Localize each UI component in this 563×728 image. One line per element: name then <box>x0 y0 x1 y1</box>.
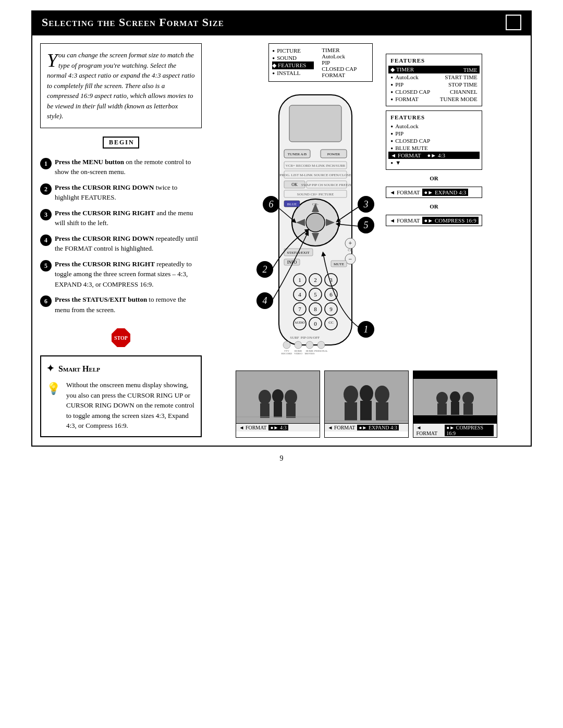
svg-text:9: 9 <box>330 306 333 312</box>
tv-format-val-1: ●► 4:3 <box>268 425 288 430</box>
tv-menu-sound: ● SOUND <box>272 54 314 61</box>
svg-text:RECORD: RECORD <box>282 352 292 355</box>
menu-item-format-1: ● FORMAT TUNER MODE <box>390 95 477 103</box>
format-bar-compress: ◄ FORMAT ●► COMPRESS 16:9 <box>386 215 482 226</box>
step3-bold: Press the CURSOR RING RIGHT <box>55 209 155 217</box>
svg-point-98 <box>375 386 389 403</box>
svg-rect-102 <box>413 371 497 379</box>
svg-text:VCR+ RECORD M-LINK INCH/SURR: VCR+ RECORD M-LINK INCH/SURR <box>286 164 346 168</box>
stop-octagon: STOP <box>112 328 130 347</box>
step-content-4: Press the CURSOR RING DOWN repeatedly un… <box>55 233 202 254</box>
intro-box: Y ou can change the screen format size t… <box>40 43 202 128</box>
svg-text:PIP ON/OFF: PIP ON/OFF <box>301 336 320 340</box>
format-bar-expand: ◄ FORMAT ●► EXPAND 4:3 <box>386 187 482 198</box>
step-content-6: Press the STATUS/EXIT button to remove t… <box>55 294 202 315</box>
menus-column: Features ◆ TIMER TIME ● AutoLock START T… <box>386 43 482 226</box>
menu-item-closedcap-2: ● CLOSED CAP <box>390 137 477 144</box>
svg-point-17 <box>306 213 325 232</box>
smart-help-title: ✦ Smart Help <box>46 362 195 376</box>
tv-menu-install: ● INSTALL <box>272 69 314 77</box>
svg-point-106 <box>450 391 460 403</box>
menu-item-autolock-2: ● AutoLock <box>390 122 477 130</box>
svg-point-65 <box>317 341 325 349</box>
svg-text:SURF: SURF <box>290 336 300 340</box>
svg-text:7: 7 <box>299 306 302 312</box>
right-column: ● PICTURE ● SOUND ◆ FEATURES ● INSTALL T… <box>210 43 523 438</box>
tv-format-label-1: ◄ FORMAT <box>239 425 267 430</box>
svg-point-88 <box>272 389 284 403</box>
tv-image-2: ◄ FORMAT ●► EXPAND 4:3 <box>324 371 409 438</box>
svg-text:3: 3 <box>363 199 369 209</box>
menu-item-autolock-1: ● AutoLock START TIME <box>390 73 477 81</box>
svg-point-63 <box>295 341 302 349</box>
svg-text:PERSONAL: PERSONAL <box>314 350 328 352</box>
tv-screen-1 <box>236 371 320 423</box>
step-num-4: 4 <box>40 235 52 246</box>
menu-item-down-arrow: ● ▼ <box>390 159 477 166</box>
step-content-2: Press the CURSOR RING DOWN twice to high… <box>55 182 202 203</box>
svg-text:CH: CH <box>348 248 353 252</box>
bottom-images: ◄ FORMAT ●► 4:3 <box>210 371 523 438</box>
step2-bold: Press the CURSOR RING DOWN <box>55 183 154 191</box>
step6-bold: Press the STATUS/EXIT button <box>55 295 147 303</box>
svg-text:SWAP  PIP CH  SOURCE  FREEZE: SWAP PIP CH SOURCE FREEZE <box>301 183 352 187</box>
step-num-1: 1 <box>40 158 52 169</box>
svg-text:OK: OK <box>292 182 298 187</box>
svg-text:CC: CC <box>329 320 334 325</box>
svg-point-86 <box>259 390 271 404</box>
corner-box <box>506 15 521 30</box>
tv-format-label-2: ◄ FORMAT <box>328 425 356 430</box>
svg-text:VIDEO: VIDEO <box>295 352 303 355</box>
svg-text:1: 1 <box>364 324 369 335</box>
svg-point-96 <box>360 385 373 402</box>
page-container: Selecting the Screen Format Size Y ou ca… <box>0 0 563 728</box>
or-label-1: OR <box>386 175 482 181</box>
svg-point-94 <box>344 386 358 403</box>
intro-text: ou can change the screen format size to … <box>47 51 194 120</box>
svg-point-62 <box>283 341 290 349</box>
tv-format-label-3: ◄ FORMAT <box>417 425 443 436</box>
tv-menu-features-2: Features ● AutoLock ● PIP ● CLOSED CAP ●… <box>386 110 482 170</box>
svg-rect-109 <box>463 403 473 415</box>
step-num-5: 5 <box>40 260 52 272</box>
svg-rect-87 <box>260 403 270 418</box>
step-1: 1 Press the MENU button on the remote co… <box>40 157 202 177</box>
step-content-5: Press the CURSOR RING RIGHT repeatedly t… <box>55 259 202 290</box>
svg-text:4: 4 <box>299 291 302 298</box>
step-content-1: Press the MENU button on the remote cont… <box>55 157 202 177</box>
tv-screen-svg-2 <box>325 371 408 423</box>
tv-menu-autolock: AutoLock <box>322 53 369 59</box>
format-value-expand: ●► EXPAND 4:3 <box>422 189 469 196</box>
svg-text:−: − <box>349 255 352 263</box>
menu-item-format-2: ◄ FORMAT ●► 4:3 <box>388 152 479 159</box>
svg-text:6: 6 <box>330 291 333 298</box>
svg-text:MOVIES: MOVIES <box>305 352 315 355</box>
svg-text:4: 4 <box>263 295 267 306</box>
menu-item-bluemute: ● BLUE MUTE <box>390 144 477 152</box>
svg-text:POWER: POWER <box>327 152 340 156</box>
svg-text:6: 6 <box>269 199 274 209</box>
step-4: 4 Press the CURSOR RING DOWN repeatedly … <box>40 233 202 254</box>
main-content: Y ou can change the screen format size t… <box>31 34 532 447</box>
tv-screen-svg-1 <box>236 371 320 423</box>
tv-image-1: ◄ FORMAT ●► 4:3 <box>236 371 320 438</box>
svg-text:8: 8 <box>314 306 317 312</box>
step-num-3: 3 <box>40 209 52 220</box>
menu-title-2: Features <box>390 114 477 120</box>
step-6: 6 Press the STATUS/EXIT button to remove… <box>40 294 202 315</box>
svg-text:BLUE: BLUE <box>287 202 297 206</box>
svg-text:2: 2 <box>263 264 267 275</box>
svg-text:PROG. LIST  M-LINK SOURCE  OPE: PROG. LIST M-LINK SOURCE OPEN/CLOSE <box>280 173 351 177</box>
step-num-6: 6 <box>40 295 52 307</box>
svg-rect-91 <box>286 403 296 418</box>
tv-menu-features-1: Features ◆ TIMER TIME ● AutoLock START T… <box>386 54 482 106</box>
format-label-compress: ◄ FORMAT <box>389 217 420 224</box>
step-3: 3 Press the CURSOR RING RIGHT and the me… <box>40 208 202 228</box>
smart-help-label: Smart Help <box>58 363 100 375</box>
tv-menu-picture: ● PICTURE <box>272 47 314 54</box>
svg-text:1: 1 <box>299 277 302 283</box>
tv-label-1: ◄ FORMAT ●► 4:3 <box>236 423 320 431</box>
svg-rect-95 <box>345 402 357 421</box>
svg-point-108 <box>462 392 474 404</box>
remote-svg: TUNER A/B POWER VCR+ RECORD M-LINK INCH/… <box>250 90 381 361</box>
